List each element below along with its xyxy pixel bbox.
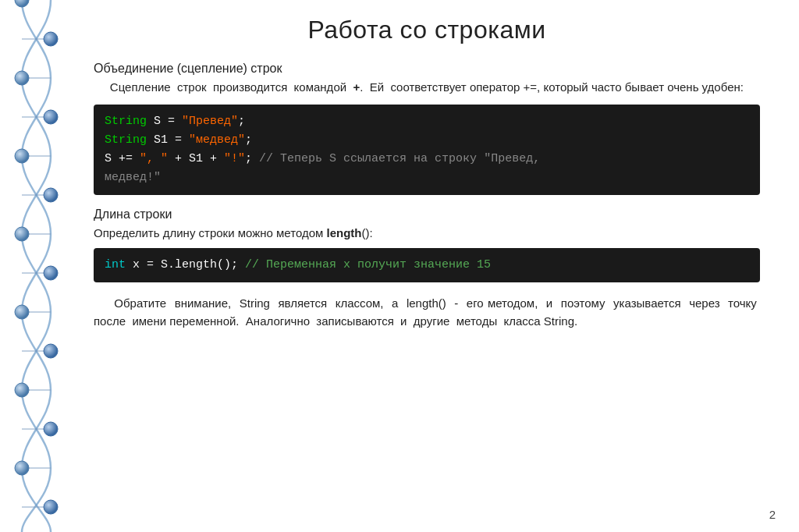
svg-point-21 [15, 305, 29, 319]
svg-point-19 [15, 227, 29, 241]
svg-point-14 [44, 32, 58, 46]
length-heading-1: Длина строки [94, 207, 760, 222]
svg-point-24 [44, 422, 58, 436]
svg-point-17 [15, 149, 29, 163]
svg-point-18 [44, 188, 58, 202]
svg-point-20 [44, 266, 58, 280]
code-block-concatenation: String S = "Превед"; String S1 = "медвед… [94, 105, 760, 195]
svg-point-22 [44, 344, 58, 358]
concatenation-heading: Объединение (сцепление) строк [94, 62, 760, 76]
svg-point-23 [15, 383, 29, 397]
svg-point-15 [15, 71, 29, 85]
svg-point-13 [15, 0, 29, 7]
concatenation-body: Сцепление строк производится командой +.… [94, 79, 760, 97]
length-body: Определить длину строки можно методом le… [94, 225, 760, 243]
svg-point-16 [44, 110, 58, 124]
code-line-3: S += ", " + S1 + "!"; // Теперь S ссылае… [105, 150, 749, 168]
page-title: Работа со строками [94, 16, 760, 44]
note-body: Обратите внимание, String является класс… [94, 295, 760, 330]
svg-point-25 [15, 461, 29, 475]
svg-point-26 [44, 500, 58, 514]
code-line-1: String S = "Превед"; [105, 112, 749, 131]
code-line-4: медвед!" [105, 168, 749, 187]
dna-decoration [0, 0, 78, 532]
main-content: Работа со строками Объединение (сцеплени… [78, 0, 783, 532]
page-number: 2 [769, 508, 776, 521]
code-block-length: int x = S.length(); // Переменная x полу… [94, 248, 760, 282]
code-line-2: String S1 = "медвед"; [105, 131, 749, 150]
code-line-length: int x = S.length(); // Переменная x полу… [105, 256, 749, 275]
